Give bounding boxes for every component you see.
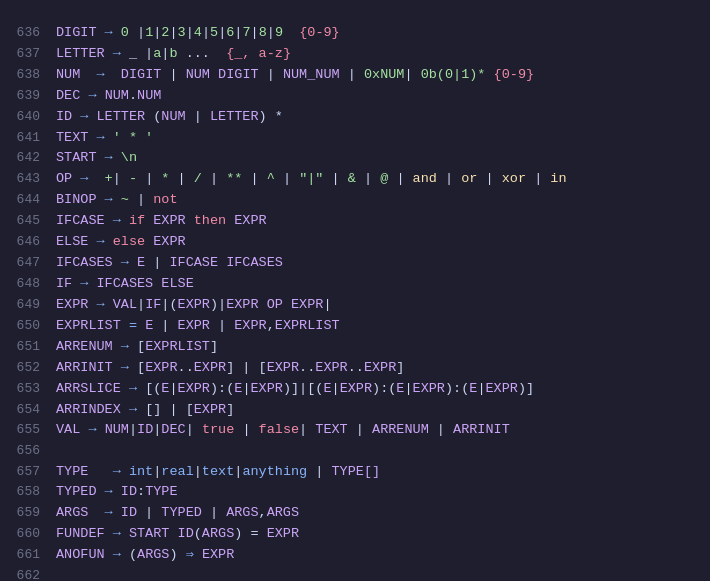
token: TEXT (56, 130, 88, 145)
line-content: IF → IFCASES ELSE (56, 274, 194, 295)
token: text (202, 464, 234, 479)
line-number: 650 (8, 316, 40, 336)
token (218, 255, 226, 270)
token: if (129, 213, 145, 228)
token: EXPR (340, 381, 372, 396)
token: NUM (105, 88, 129, 103)
token: | (307, 464, 331, 479)
token: EXPR (145, 234, 186, 249)
token: NUM (56, 67, 80, 82)
token: | (153, 318, 177, 333)
token: EXPR (145, 213, 194, 228)
token: ARRSLICE (56, 381, 121, 396)
token: → (72, 276, 96, 291)
code-line: 642START → \n (0, 148, 710, 169)
code-line: 649EXPR → VAL|IF|(EXPR)|EXPR OP EXPR| (0, 295, 710, 316)
token: ARRENUM (56, 339, 113, 354)
token: → (97, 192, 121, 207)
code-line: 655VAL → NUM|ID|DEC| true | false| TEXT … (0, 420, 710, 441)
token: | (137, 297, 145, 312)
token: ARGS (202, 526, 234, 541)
code-line: 661ANOFUN → (ARGS) ⇒ EXPR (0, 545, 710, 566)
line-number: 658 (8, 482, 40, 502)
line-number: 649 (8, 295, 40, 315)
token: )| (210, 297, 226, 312)
token: [ (186, 402, 194, 417)
token: | (267, 25, 275, 40)
token: | (234, 422, 258, 437)
token: IFCASES (97, 276, 154, 291)
token: EXPRLIST (275, 318, 340, 333)
line-number: 653 (8, 379, 40, 399)
line-number: 662 (8, 566, 40, 581)
line-number: 648 (8, 274, 40, 294)
line-content: ID → LETTER (NUM | LETTER) * (56, 107, 283, 128)
token: IFCASE (56, 213, 105, 228)
token: .. (178, 360, 194, 375)
token: EXPR (291, 297, 323, 312)
token: | (388, 171, 412, 186)
code-line: 651ARRENUM → [EXPRLIST] (0, 337, 710, 358)
token: | (186, 109, 210, 124)
token: | (169, 25, 177, 40)
token: .. (299, 360, 315, 375)
token: ARRINDEX (56, 402, 121, 417)
token: / (194, 171, 202, 186)
token: ARGS (226, 505, 258, 520)
token: BINOP (56, 192, 97, 207)
line-number: 656 (8, 441, 40, 461)
token: | (242, 171, 266, 186)
token: EXPR (226, 297, 258, 312)
token: | (186, 422, 202, 437)
token: _ | (129, 46, 153, 61)
token: | (161, 402, 185, 417)
token: ' * ' (113, 130, 154, 145)
token: |( (161, 297, 177, 312)
token: | (186, 25, 194, 40)
line-number: 647 (8, 253, 40, 273)
code-line: 660FUNDEF → START ID(ARGS) = EXPR (0, 524, 710, 545)
token: | (113, 171, 129, 186)
token: NUM (105, 422, 129, 437)
token: EXPR (315, 360, 347, 375)
token: ARRINIT (453, 422, 510, 437)
token: 4 (194, 25, 202, 40)
line-number: 660 (8, 524, 40, 544)
code-line: 646ELSE → else EXPR (0, 232, 710, 253)
token: true (202, 422, 234, 437)
line-content: VAL → NUM|ID|DEC| true | false| TEXT | A… (56, 420, 510, 441)
token: 0b(0|1)* (421, 67, 486, 82)
code-line: 662 (0, 566, 710, 581)
token: | (404, 381, 412, 396)
line-number: 641 (8, 128, 40, 148)
line-content: IFCASES → E | IFCASE IFCASES (56, 253, 283, 274)
token: EXPR (234, 318, 266, 333)
token (194, 547, 202, 562)
token: | (340, 67, 364, 82)
line-content: ARRINIT → [EXPR..EXPR] | [EXPR..EXPR..EX… (56, 358, 404, 379)
token: | (299, 422, 315, 437)
token: OP (56, 171, 72, 186)
token: | (169, 381, 177, 396)
token: EXPR (178, 297, 210, 312)
line-number: 638 (8, 65, 40, 85)
token: LETTER (56, 46, 105, 61)
token: EXPR (364, 360, 396, 375)
line-number: 644 (8, 190, 40, 210)
token: → (113, 255, 137, 270)
token: TYPED (56, 484, 97, 499)
token: [] (145, 402, 161, 417)
token: 7 (242, 25, 250, 40)
token: 8 (259, 25, 267, 40)
token: TEXT (315, 422, 347, 437)
token: ] (226, 402, 234, 417)
line-number: 637 (8, 44, 40, 64)
token: EXPR (267, 360, 299, 375)
token: E (323, 381, 331, 396)
line-content: TEXT → ' * ' (56, 128, 153, 149)
token: E (137, 255, 145, 270)
code-line: 644BINOP → ~ | not (0, 190, 710, 211)
token: → (88, 130, 112, 145)
token: → (121, 402, 145, 417)
token: | (202, 171, 226, 186)
